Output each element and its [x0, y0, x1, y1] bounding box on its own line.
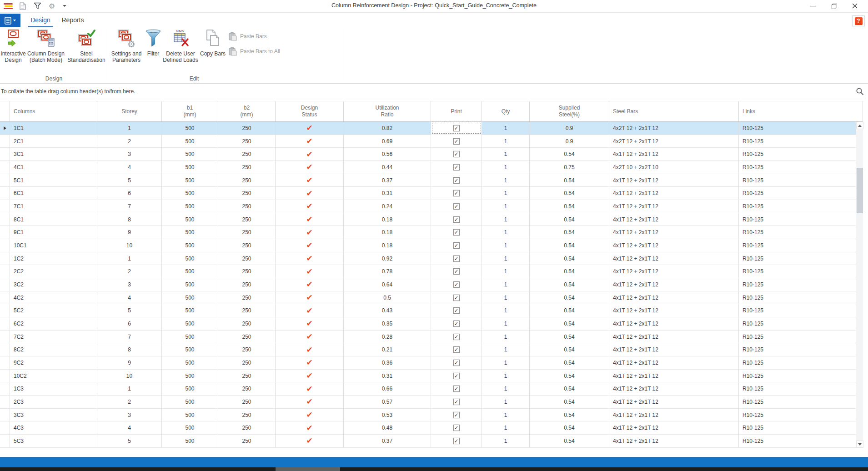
cell-storey[interactable]: 4	[97, 421, 162, 434]
cell-b1[interactable]: 500	[162, 161, 218, 174]
cell-status[interactable]: ✔	[276, 174, 344, 187]
cell-b2[interactable]: 250	[218, 122, 276, 135]
print-checkbox[interactable]: ✓	[453, 399, 460, 405]
cell-storey[interactable]: 1	[97, 122, 162, 135]
table-row-9c1[interactable]: 9C19500250✔0.18✓10.544x1T 12 + 2x1T 12R1…	[0, 226, 863, 239]
steel-standardisation-button[interactable]: Steel Standardisation	[65, 28, 107, 75]
cell-b2[interactable]: 250	[218, 317, 276, 330]
cell-status[interactable]: ✔	[276, 291, 344, 304]
cell-qty[interactable]: 1	[482, 148, 530, 160]
column-header-suppliedsteel[interactable]: SuppliedSteel(%)	[530, 101, 609, 121]
print-checkbox[interactable]: ✓	[453, 268, 460, 275]
cell-b1[interactable]: 500	[162, 370, 218, 382]
cell-qty[interactable]: 1	[482, 396, 530, 408]
cell-links[interactable]: R10-125	[739, 239, 863, 252]
cell-status[interactable]: ✔	[276, 200, 344, 213]
cell-qty[interactable]: 1	[482, 226, 530, 239]
print-checkbox[interactable]: ✓	[453, 138, 460, 145]
print-checkbox[interactable]: ✓	[453, 242, 460, 249]
row-indicator-cell[interactable]	[0, 370, 10, 382]
cell-b1[interactable]: 500	[162, 356, 218, 369]
print-checkbox[interactable]: ✓	[453, 346, 460, 353]
row-indicator-cell[interactable]	[0, 409, 10, 421]
cell-links[interactable]: R10-125	[739, 331, 863, 343]
cell-ratio[interactable]: 0.78	[344, 265, 431, 278]
cell-bars[interactable]: 4x1T 12 + 2x1T 12	[609, 331, 739, 343]
cell-b1[interactable]: 500	[162, 435, 218, 447]
cell-b1[interactable]: 500	[162, 304, 218, 317]
cell-links[interactable]: R10-125	[739, 382, 863, 395]
cell-status[interactable]: ✔	[276, 382, 344, 395]
cell-qty[interactable]: 1	[482, 174, 530, 187]
restore-button[interactable]	[823, 0, 844, 12]
cell-status[interactable]: ✔	[276, 331, 344, 343]
cell-b1[interactable]: 500	[162, 239, 218, 252]
cell-supplied[interactable]: 0.54	[530, 291, 609, 304]
cell-storey[interactable]: 3	[97, 148, 162, 160]
cell-bars[interactable]: 4x1T 12 + 2x1T 12	[609, 187, 739, 200]
cell-storey[interactable]: 1	[97, 382, 162, 395]
cell-ratio[interactable]: 0.37	[344, 435, 431, 447]
cell-print[interactable]: ✓	[431, 304, 482, 317]
paste-bars-button[interactable]: Paste Bars	[228, 31, 287, 42]
row-indicator-cell[interactable]	[0, 278, 10, 291]
cell-column[interactable]: 5C2	[10, 304, 97, 317]
cell-ratio[interactable]: 0.18	[344, 226, 431, 239]
tab-reports[interactable]: Reports	[60, 15, 86, 27]
cell-status[interactable]: ✔	[276, 435, 344, 447]
cell-status[interactable]: ✔	[276, 409, 344, 421]
table-row-3c3[interactable]: 3C33500250✔0.53✓10.544x1T 12 + 2x1T 12R1…	[0, 409, 863, 422]
table-row-1c1[interactable]: 1C11500250✔0.82✓10.94x2T 12 + 2x1T 12R10…	[0, 122, 863, 135]
cell-storey[interactable]: 2	[97, 135, 162, 148]
cell-status[interactable]: ✔	[276, 265, 344, 278]
cell-b1[interactable]: 500	[162, 291, 218, 304]
application-menu-button[interactable]	[0, 14, 20, 27]
cell-ratio[interactable]: 0.36	[344, 356, 431, 369]
table-row-8c2[interactable]: 8C28500250✔0.21✓10.544x1T 12 + 2x1T 12R1…	[0, 343, 863, 356]
cell-storey[interactable]: 8	[97, 343, 162, 356]
table-row-1c2[interactable]: 1C21500250✔0.92✓10.544x1T 12 + 2x1T 12R1…	[0, 252, 863, 266]
cell-print[interactable]: ✓	[431, 252, 482, 265]
column-header-utilizationratio[interactable]: UtilizationRatio	[344, 101, 431, 121]
tab-design[interactable]: Design	[28, 15, 53, 27]
cell-b2[interactable]: 250	[218, 148, 276, 160]
cell-supplied[interactable]: 0.54	[530, 396, 609, 408]
print-checkbox[interactable]: ✓	[453, 360, 460, 366]
cell-links[interactable]: R10-125	[739, 409, 863, 421]
cell-bars[interactable]: 4x1T 12 + 2x1T 12	[609, 239, 739, 252]
cell-print[interactable]: ✓	[431, 161, 482, 174]
table-row-7c1[interactable]: 7C17500250✔0.24✓10.544x1T 12 + 2x1T 12R1…	[0, 200, 863, 213]
scroll-down-button[interactable]	[856, 441, 863, 448]
row-indicator-cell[interactable]	[0, 317, 10, 330]
cell-links[interactable]: R10-125	[739, 370, 863, 382]
cell-status[interactable]: ✔	[276, 135, 344, 148]
column-header-steel-bars[interactable]: Steel Bars	[609, 101, 739, 121]
cell-storey[interactable]: 9	[97, 356, 162, 369]
cell-print[interactable]: ✓	[431, 174, 482, 187]
cell-b1[interactable]: 500	[162, 331, 218, 343]
cell-ratio[interactable]: 0.18	[344, 213, 431, 226]
cell-storey[interactable]: 6	[97, 187, 162, 200]
scrollbar-thumb[interactable]	[857, 168, 863, 213]
print-checkbox[interactable]: ✓	[453, 412, 460, 418]
row-indicator-cell[interactable]	[0, 435, 10, 447]
cell-bars[interactable]: 4x2T 12 + 2x1T 12	[609, 122, 739, 135]
cell-qty[interactable]: 1	[482, 356, 530, 369]
row-indicator-cell[interactable]	[0, 122, 10, 135]
cell-print[interactable]: ✓	[431, 317, 482, 330]
cell-b2[interactable]: 250	[218, 161, 276, 174]
cell-supplied[interactable]: 0.54	[530, 252, 609, 265]
minimize-button[interactable]	[803, 0, 823, 12]
cell-column[interactable]: 5C1	[10, 174, 97, 187]
cell-b2[interactable]: 250	[218, 213, 276, 226]
cell-links[interactable]: R10-125	[739, 226, 863, 239]
cell-ratio[interactable]: 0.53	[344, 409, 431, 421]
cell-status[interactable]: ✔	[276, 148, 344, 160]
cell-b2[interactable]: 250	[218, 265, 276, 278]
cell-qty[interactable]: 1	[482, 409, 530, 421]
cell-print[interactable]: ✓	[431, 213, 482, 226]
cell-status[interactable]: ✔	[276, 213, 344, 226]
cell-storey[interactable]: 7	[97, 200, 162, 213]
column-header-designstatus[interactable]: DesignStatus	[276, 101, 344, 121]
cell-b1[interactable]: 500	[162, 421, 218, 434]
